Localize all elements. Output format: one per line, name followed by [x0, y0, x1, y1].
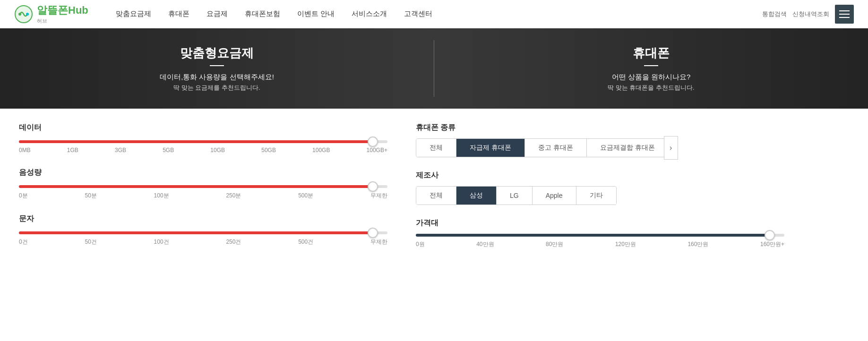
sms-slider-thumb[interactable] — [368, 228, 378, 238]
maker-btn-lg[interactable]: LG — [497, 187, 533, 205]
hamburger-button[interactable] — [835, 5, 854, 24]
main-content: 데이터 0MB 1GB 3GB 5GB 10GB 50GB 100GB 100G… — [0, 109, 868, 277]
nav-item-service[interactable]: 서비스소개 — [343, 0, 395, 28]
hero-left-line — [210, 65, 224, 66]
voice-slider-thumb[interactable] — [368, 181, 378, 192]
voice-slider-labels: 0분 50분 100분 250분 500분 무제한 — [19, 192, 387, 200]
sms-label-3: 250건 — [226, 238, 241, 246]
price-slider-wrapper — [416, 234, 784, 237]
nav-menu: 맞춤요금제 휴대폰 요금제 휴대폰보험 이벤트 안내 서비스소개 고객센터 — [107, 0, 762, 28]
data-label-6: 100GB — [312, 147, 330, 153]
right-panel: 휴대폰 종류 전체 자급제 휴대폰 중고 휴대폰 요금제결합 휴대폰 › 제조사… — [416, 123, 784, 263]
phone-type-buttons-wrapper: 전체 자급제 휴대폰 중고 휴대폰 요금제결합 휴대폰 › — [416, 138, 669, 157]
sms-slider-fill — [19, 231, 373, 234]
hero-right-title: 휴대폰 — [434, 45, 868, 61]
sms-slider-section: 문자 0건 50건 100건 250건 500건 무제한 — [19, 214, 387, 246]
hero-right-line — [644, 65, 658, 66]
data-label-5: 50GB — [261, 147, 276, 153]
voice-label-4: 500분 — [298, 192, 313, 200]
maker-btn-apple[interactable]: Apple — [533, 187, 576, 205]
data-slider-track — [19, 140, 387, 143]
history-link[interactable]: 신청내역조회 — [792, 10, 829, 18]
price-label-1: 40만원 — [476, 240, 494, 248]
sms-label-5: 무제한 — [370, 238, 387, 246]
sms-slider-labels: 0건 50건 100건 250건 500건 무제한 — [19, 238, 387, 246]
voice-slider-section: 음성량 0분 50분 100분 250분 500분 무제한 — [19, 168, 387, 200]
nav-item-rate[interactable]: 요금제 — [198, 0, 236, 28]
sms-label-4: 500건 — [298, 238, 313, 246]
maker-label: 제조사 — [416, 170, 784, 180]
maker-buttons: 전체 삼성 LG Apple 기타 — [416, 186, 617, 205]
price-label-4: 160만원 — [688, 240, 708, 248]
data-label-4: 10GB — [210, 147, 225, 153]
hero-left-sub: 데이터,통화 사용량을 선택해주세요! — [0, 73, 434, 82]
maker-btn-samsung[interactable]: 삼성 — [456, 187, 497, 205]
data-label: 데이터 — [19, 123, 387, 133]
sms-label-2: 100건 — [154, 238, 169, 246]
maker-section: 제조사 전체 삼성 LG Apple 기타 — [416, 170, 784, 205]
voice-label-0: 0분 — [19, 192, 28, 200]
price-slider-fill — [416, 234, 770, 237]
logo[interactable]: 알뜰폰Hub 허브 — [14, 3, 88, 25]
phone-type-buttons: 전체 자급제 휴대폰 중고 휴대폰 요금제결합 휴대폰 — [416, 138, 669, 157]
hero-right-desc: 딱 맞는 휴대폰을 추천드립니다. — [434, 84, 868, 92]
data-label-2: 3GB — [115, 147, 126, 153]
menu-bar-1 — [839, 10, 850, 11]
nav-item-support[interactable]: 고객센터 — [395, 0, 441, 28]
price-label-2: 80만원 — [546, 240, 563, 248]
header: 알뜰폰Hub 허브 맞춤요금제 휴대폰 요금제 휴대폰보험 이벤트 안내 서비스… — [0, 0, 868, 28]
hero-left-desc: 딱 맞는 요금제를 추천드립니다. — [0, 84, 434, 92]
hero-right: 휴대폰 어떤 상품을 원하시나요? 딱 맞는 휴대폰을 추천드립니다. — [434, 45, 868, 92]
voice-label: 음성량 — [19, 168, 387, 178]
voice-label-2: 100분 — [154, 192, 169, 200]
sms-label-0: 0건 — [19, 238, 28, 246]
data-label-3: 5GB — [163, 147, 174, 153]
price-slider-track — [416, 234, 784, 237]
sms-label: 문자 — [19, 214, 387, 224]
voice-slider-wrapper — [19, 185, 387, 188]
data-label-7: 100GB+ — [367, 147, 387, 153]
logo-text: 알뜰폰Hub — [37, 4, 88, 16]
type-btn-unlocked[interactable]: 자급제 휴대폰 — [456, 139, 525, 157]
hero-left: 맞춤형요금제 데이터,통화 사용량을 선택해주세요! 딱 맞는 요금제를 추천드… — [0, 45, 434, 92]
data-slider-fill — [19, 140, 373, 143]
svg-point-1 — [18, 13, 21, 16]
nav-item-event[interactable]: 이벤트 안내 — [289, 0, 343, 28]
hero-left-title: 맞춤형요금제 — [0, 45, 434, 61]
nav-item-plan[interactable]: 맞춤요금제 — [107, 0, 160, 28]
sms-slider-wrapper — [19, 231, 387, 234]
maker-btn-all[interactable]: 전체 — [416, 187, 456, 205]
scroll-right-arrow[interactable]: › — [664, 136, 678, 160]
maker-btn-other[interactable]: 기타 — [576, 187, 616, 205]
voice-label-1: 50분 — [85, 192, 96, 200]
hero-banner: 맞춤형요금제 데이터,통화 사용량을 선택해주세요! 딱 맞는 요금제를 추천드… — [0, 28, 868, 109]
price-label-0: 0원 — [416, 240, 425, 248]
voice-label-3: 250분 — [226, 192, 241, 200]
sms-slider-track — [19, 231, 387, 234]
phone-type-label: 휴대폰 종류 — [416, 123, 784, 133]
price-label-3: 120만원 — [615, 240, 636, 248]
data-slider-section: 데이터 0MB 1GB 3GB 5GB 10GB 50GB 100GB 100G… — [19, 123, 387, 153]
header-right: 통합검색 신청내역조회 — [762, 5, 854, 24]
sms-label-1: 50건 — [85, 238, 96, 246]
hero-right-sub: 어떤 상품을 원하시나요? — [434, 73, 868, 82]
voice-slider-fill — [19, 185, 373, 188]
data-slider-wrapper — [19, 140, 387, 143]
price-slider-section: 가격대 0원 40만원 80만원 120만원 160만원 160만원+ — [416, 218, 784, 248]
search-link[interactable]: 통합검색 — [762, 10, 787, 18]
data-slider-thumb[interactable] — [368, 136, 378, 147]
voice-label-5: 무제한 — [370, 192, 387, 200]
type-btn-bundled[interactable]: 요금제결합 휴대폰 — [587, 139, 668, 157]
price-label: 가격대 — [416, 218, 784, 228]
nav-item-phone[interactable]: 휴대폰 — [160, 0, 198, 28]
type-btn-all[interactable]: 전체 — [416, 139, 456, 157]
phone-type-section: 휴대폰 종류 전체 자급제 휴대폰 중고 휴대폰 요금제결합 휴대폰 › — [416, 123, 784, 157]
type-btn-used[interactable]: 중고 휴대폰 — [525, 139, 587, 157]
nav-item-insurance[interactable]: 휴대폰보험 — [236, 0, 289, 28]
logo-icon — [14, 5, 33, 24]
left-panel: 데이터 0MB 1GB 3GB 5GB 10GB 50GB 100GB 100G… — [19, 123, 387, 263]
price-slider-thumb[interactable] — [765, 230, 775, 240]
voice-slider-track — [19, 185, 387, 188]
price-slider-labels: 0원 40만원 80만원 120만원 160만원 160만원+ — [416, 240, 784, 248]
price-label-5: 160만원+ — [760, 240, 784, 248]
